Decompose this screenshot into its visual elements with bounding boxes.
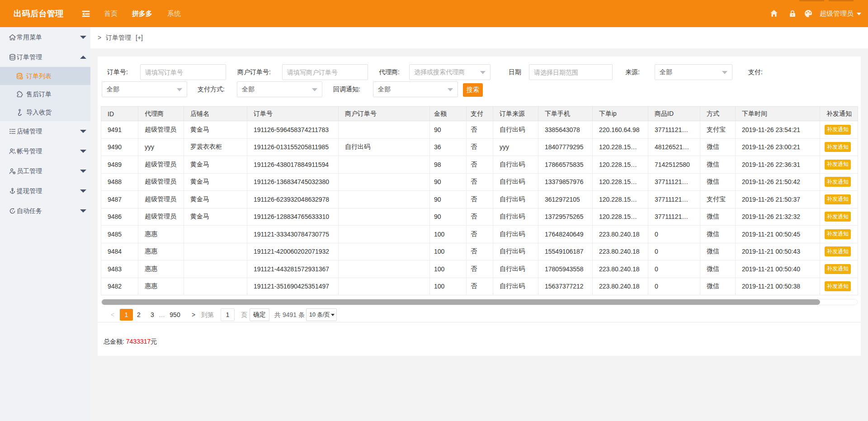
app-title: 出码后台管理	[14, 0, 64, 27]
table-cell: 微信	[700, 156, 736, 174]
table-cell: 2019-11-26 23:54:21	[736, 121, 820, 139]
pay-method-label: 支付方式:	[198, 81, 225, 97]
pay-method-select[interactable]: 全部	[237, 81, 322, 97]
pagination-confirm-button[interactable]: 确定	[250, 308, 269, 321]
pay-select[interactable]: 全部	[102, 81, 187, 97]
merchant-order-no-input[interactable]	[282, 64, 368, 80]
table-cell: 90	[430, 173, 467, 191]
table-cell: 2019-11-21 00:50:43	[736, 243, 820, 260]
order-no-input[interactable]	[140, 64, 226, 80]
sidebar: 常用菜单订单管理订单列表售后订单导入收货店铺管理帐号管理员工管理提现管理自动任务	[0, 27, 90, 421]
date-range-input[interactable]	[529, 64, 613, 80]
sidebar-subitem-label: 导入收货	[26, 103, 52, 121]
table-cell: 17866575835	[538, 156, 593, 174]
table-cell: 超级管理员	[138, 191, 184, 208]
table-cell: 自行出码	[493, 156, 538, 174]
search-button[interactable]: 搜索	[463, 83, 483, 97]
table-cell: 惠惠	[138, 278, 184, 295]
total-amount: 总金额: 7433317元	[104, 337, 157, 346]
source-select[interactable]: 全部	[655, 64, 732, 80]
table-cell	[339, 260, 430, 278]
pagination-page-950[interactable]: 950	[168, 309, 182, 321]
pagination-goto-input[interactable]	[221, 308, 235, 321]
scrollbar-thumb[interactable]	[102, 299, 820, 305]
sidebar-item[interactable]: 自动任务	[0, 201, 90, 221]
table-cell: 120.228.15…	[593, 208, 648, 226]
sidebar-subitem[interactable]: 导入收货	[0, 103, 90, 121]
breadcrumb: > 订单管理 [+]	[90, 27, 868, 48]
sidebar-item[interactable]: 员工管理	[0, 161, 90, 181]
sidebar-collapse-icon[interactable]	[82, 10, 90, 17]
table-cell: 惠惠	[138, 243, 184, 260]
resend-notify-button[interactable]: 补发通知	[825, 177, 851, 187]
sidebar-item[interactable]: 提现管理	[0, 181, 90, 201]
resend-notify-button[interactable]: 补发通知	[825, 281, 851, 291]
sidebar-item[interactable]: 店铺管理	[0, 121, 90, 141]
pagination-page-3[interactable]: 3	[148, 309, 157, 321]
horizontal-scrollbar[interactable]	[101, 299, 858, 305]
table-cell: 否	[467, 121, 493, 139]
resend-notify-button[interactable]: 补发通知	[825, 194, 851, 204]
sidebar-subitem-label: 售后订单	[26, 85, 52, 103]
order-list-icon	[16, 73, 23, 80]
agent-select[interactable]: 选择或搜索代理商	[409, 64, 491, 80]
sidebar-item[interactable]: 订单管理	[0, 47, 90, 67]
table-cell	[184, 226, 247, 243]
pagination-next[interactable]: >	[190, 309, 197, 321]
table-cell: 自行出码	[493, 121, 538, 139]
resend-notify-button[interactable]: 补发通知	[825, 212, 851, 222]
home-icon[interactable]	[770, 9, 778, 18]
table-cell: 13379857976	[538, 173, 593, 191]
topnav-system[interactable]: 系统	[167, 0, 181, 27]
table-cell	[339, 173, 430, 191]
table-cell	[184, 260, 247, 278]
table-cell: 黄金马	[184, 208, 247, 226]
table-cell: 9484	[101, 243, 138, 260]
pagination-page-1[interactable]: 1	[120, 309, 133, 321]
table-cell: 否	[467, 138, 493, 156]
sidebar-item-label: 员工管理	[17, 161, 42, 181]
column-header: 金额	[430, 107, 467, 121]
table-cell: 自行出码	[493, 260, 538, 278]
breadcrumb-current[interactable]: 订单管理	[106, 27, 131, 48]
resend-notify-button[interactable]: 补发通知	[825, 264, 851, 274]
pagination-prev[interactable]: <	[110, 309, 115, 321]
table-cell: 37711121…	[648, 121, 700, 139]
breadcrumb-expand[interactable]: [+]	[136, 27, 143, 48]
resend-notify-button[interactable]: 补发通知	[825, 142, 851, 152]
resend-notify-button[interactable]: 补发通知	[825, 246, 851, 256]
resend-notify-button[interactable]: 补发通知	[825, 229, 851, 239]
sidebar-item[interactable]: 常用菜单	[0, 27, 90, 47]
topnav-pinduoduo[interactable]: 拼多多	[132, 0, 152, 27]
topnav-home[interactable]: 首页	[104, 0, 118, 27]
resend-notify-button[interactable]: 补发通知	[825, 125, 851, 135]
callback-select[interactable]: 全部	[373, 81, 458, 97]
page-size-select[interactable]: 10 条/页	[306, 308, 337, 321]
table-cell: 2019-11-21 00:50:38	[736, 278, 820, 295]
palette-icon[interactable]	[804, 9, 812, 18]
table-cell: 黄金马	[184, 173, 247, 191]
sidebar-item[interactable]: 帐号管理	[0, 141, 90, 161]
table-cell: 13729575265	[538, 208, 593, 226]
table-cell: 2019-11-21 00:50:40	[736, 260, 820, 278]
sidebar-subitem[interactable]: 售后订单	[0, 85, 90, 103]
table-cell: 惠惠	[138, 260, 184, 278]
user-name: 超级管理员	[820, 9, 854, 17]
chevron-down-icon	[80, 189, 86, 193]
chevron-down-icon	[312, 88, 317, 91]
shop-icon	[9, 128, 16, 135]
table-cell: 2019-11-26 22:36:31	[736, 156, 820, 174]
sidebar-subitem[interactable]: 订单列表	[0, 67, 90, 85]
user-menu[interactable]: 超级管理员	[820, 0, 861, 27]
table-cell: 自行出码	[339, 138, 430, 156]
lock-icon[interactable]	[788, 9, 797, 18]
column-header: 下单时间	[736, 107, 820, 121]
table-row: 9484惠惠191121-420060202071932100否自行出码1554…	[101, 243, 858, 260]
resend-notify-button[interactable]: 补发通知	[825, 160, 851, 170]
pagination-page-2[interactable]: 2	[134, 309, 143, 321]
chevron-down-icon	[331, 314, 335, 316]
table-cell: 0	[648, 226, 700, 243]
chevron-down-icon	[448, 88, 453, 91]
table-cell: 支付宝	[700, 191, 736, 208]
table-cell: 191121-333430784730775	[247, 226, 339, 243]
